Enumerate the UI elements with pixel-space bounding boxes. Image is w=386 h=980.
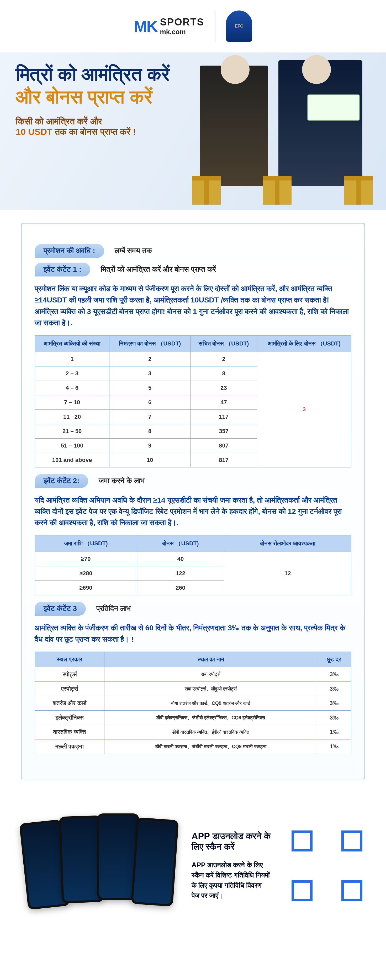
period-pill: प्रमोशन की अवधि : [35,244,104,258]
table-cell: 6 [109,395,190,409]
table-cell: 11 –20 [35,409,109,424]
table-cell: एस्पोर्ट्स [35,681,104,696]
table-cell: 817 [190,453,257,467]
gift-box-icon [263,176,292,205]
hero-title-2: और बोनस प्राप्त करें [16,86,169,108]
table-cell: डीबी इलेक्ट्रॉनिक्स、जेडीबी इलेक्ट्रॉनिक्… [104,710,317,725]
deposit-bonus-table: जमा राशि （USDT)बोनस （USDT)बोनस रोलओवर आव… [35,535,351,595]
col-header: निमंत्रण का बोनस （USDT) [109,335,190,352]
table-cell: 7 [109,409,190,424]
download-section: APP डाउनलोड करने के लिए स्कैन करें APP ड… [0,792,386,947]
rebate-table: स्थल प्रकारस्थल का नामछूट दरस्पोर्ट्ससबा… [35,652,351,754]
table-cell: 51 – 100 [35,438,109,453]
qr-code-frame [292,830,362,901]
table-cell: डीबी वास्तविक व्यक्ति、ईवीओ वास्तविक व्यक… [104,725,317,739]
table-cell: 2 [190,352,257,366]
table-cell: 3‰ [317,710,351,725]
table-cell: 101 and above [35,453,109,467]
table-cell: ≥280 [35,566,137,581]
table-cell: 40 [137,552,224,566]
table-cell: 117 [190,409,257,424]
table-cell: 357 [190,424,257,438]
table-cell: बोया शतरंज और कार्ड、CQ9 शतरंज और कार्ड [104,696,317,710]
table-cell: 1 [35,352,109,366]
event2-text: यदि आमंत्रित व्यक्ति अभियान अवधि के दौरा… [35,495,351,528]
hero-illustration [187,58,375,205]
table-cell: 2 [109,352,190,366]
invite-bonus-table: आमंत्रित व्यक्तियों की संख्यानिमंत्रण का… [35,335,351,468]
col-header: जमा राशि （USDT) [35,535,137,552]
table-row: स्पोर्ट्ससबा स्पोर्ट्स3‰ [35,667,351,681]
col-header: संचित बोनस （USDT) [190,335,257,352]
event1-pill: इवेंट कंटेंट 1 : [35,262,90,277]
table-cell: 3‰ [317,681,351,696]
rollover-cell: 12 [224,552,351,595]
gift-box-icon [344,176,373,205]
table-cell: 21 – 50 [35,424,109,438]
hero-subtitle: किसी को आमंत्रित करें और10 USDT तक का बो… [16,116,169,137]
table-cell: 260 [137,581,224,595]
table-cell: 5 [109,380,190,395]
table-row: ≥704012 [35,552,351,566]
table-row: इलेक्ट्रॉनिक्सडीबी इलेक्ट्रॉनिक्स、जेडीबी… [35,710,351,725]
table-cell: 2 – 3 [35,366,109,380]
event1-text: प्रमोशन लिंक या क्यूआर कोड के माध्यम से … [35,283,351,329]
col-header: आमंत्रितों के लिए बोनस （USDT) [257,335,351,352]
brand-sports: SPORTS [160,16,204,28]
table-cell: 8 [109,424,190,438]
brand-logo: MK SPORTSmk.com [134,16,204,36]
table-cell: 807 [190,438,257,453]
col-header: छूट दर [317,652,351,667]
table-cell: सबा स्पोर्ट्स [104,667,317,681]
col-header: बोनस （USDT) [137,535,224,552]
table-cell: वास्तविक व्यक्ति [35,725,104,739]
table-cell: 9 [109,438,190,453]
table-cell: 122 [137,566,224,581]
table-cell: 4 – 6 [35,380,109,395]
table-row: वास्तविक व्यक्तिडीबी वास्तविक व्यक्ति、ईव… [35,725,351,739]
event1-title: मित्रों को आमंत्रित करें और बोनस प्राप्त… [101,265,216,274]
period-value: लम्बें समय तक [115,247,152,255]
content-card: प्रमोशन की अवधि : लम्बें समय तक इवेंट कं… [21,223,365,780]
invitee-bonus-cell: 3 [257,352,351,467]
table-cell: 1‰ [317,739,351,754]
table-cell: 3 [109,366,190,380]
table-cell: 3‰ [317,667,351,681]
table-cell: ≥70 [35,552,137,566]
table-cell: 23 [190,380,257,395]
header-bar: MK SPORTSmk.com EFC [0,0,386,52]
club-badge-icon: EFC [226,11,252,42]
col-header: आमंत्रित व्यक्तियों की संख्या [35,335,109,352]
hero-title-1: मित्रों को आमंत्रित करें [16,63,169,86]
table-cell: डीबी मछली पकड़ना、जेडीबी मछली पकड़ना、CQ9 … [104,739,317,754]
table-row: 1223 [35,352,351,366]
download-heading: APP डाउनलोड करने के लिए स्कैन करें [191,831,271,852]
table-cell: 1‰ [317,725,351,739]
col-header: स्थल का नाम [104,652,317,667]
event3-text: आमंत्रित व्यक्ति के पंजीकरण की तारीख से … [35,622,351,645]
table-cell: स्पोर्ट्स [35,667,104,681]
download-text: APP डाउनलोड करने के लिए स्कैन करें विशिष… [191,860,271,901]
brand-domain: mk.com [160,28,204,36]
brand-mk: MK [134,18,157,35]
money-fan-icon [307,94,360,121]
event3-pill: इवेंट कंटेंट 3 [35,602,86,616]
gift-box-icon [192,176,221,205]
table-cell: 47 [190,395,257,409]
table-cell: 3‰ [317,696,351,710]
event2-pill: इवेंट कंटेंट 2: [35,474,88,488]
col-header: बोनस रोलओवर आवश्यकता [224,535,351,552]
table-cell: ≥690 [35,581,137,595]
table-cell: मछली पकड़ना [35,739,104,754]
table-cell: इलेक्ट्रॉनिक्स [35,710,104,725]
col-header: स्थल प्रकार [35,652,104,667]
event3-title: प्रतिदिन लाभ [96,605,131,613]
table-row: एस्पोर्ट्ससबा एस्पोर्ट्स、लीहुओ एस्पोर्ट्… [35,681,351,696]
event2-title: जमा करने के लाभ [99,477,144,485]
table-cell: सबा एस्पोर्ट्स、लीहुओ एस्पोर्ट्स [104,681,317,696]
divider [215,11,215,42]
table-row: मछली पकड़नाडीबी मछली पकड़ना、जेडीबी मछली … [35,739,351,754]
hero-section: मित्रों को आमंत्रित करें और बोनस प्राप्त… [0,52,386,210]
table-cell: शतरंज और कार्ड [35,696,104,710]
table-cell: 7 – 10 [35,395,109,409]
